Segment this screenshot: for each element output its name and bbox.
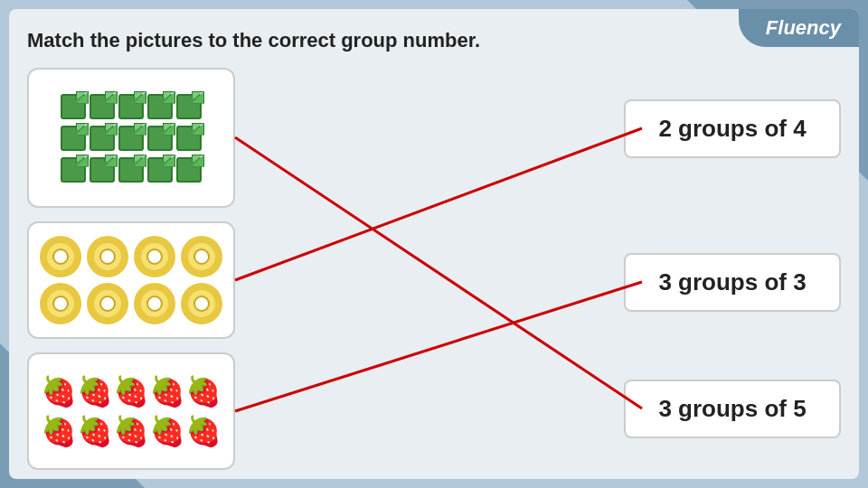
cube-icon [90, 126, 115, 151]
strawberry-icon: 🍓 [42, 412, 76, 450]
donut-icon [87, 283, 128, 324]
donut-icon [181, 283, 222, 324]
donut-icon [134, 236, 175, 277]
cube-icon [176, 94, 202, 119]
cube-row [61, 157, 202, 183]
cube-icon [61, 157, 86, 183]
svg-line-1 [235, 128, 642, 280]
cube-icon [90, 94, 115, 119]
fluency-badge: Fluency [739, 9, 859, 47]
strawberry-icon: 🍓 [150, 372, 184, 410]
cube-row [61, 94, 202, 119]
cube-icon [147, 157, 173, 183]
donut-grid [40, 236, 222, 324]
cube-icon [61, 94, 86, 119]
answer-box-3: 3 groups of 5 [624, 380, 841, 438]
strawberry-row: 🍓 🍓 🍓 🍓 🍓 [42, 412, 221, 450]
strawberry-icon: 🍓 [150, 412, 184, 450]
strawberry-icon: 🍓 [78, 412, 112, 450]
donut-row [40, 283, 222, 324]
picture-box-2 [27, 221, 235, 339]
cube-icon [118, 126, 144, 151]
donut-row [40, 236, 222, 277]
svg-line-2 [235, 282, 642, 411]
strawberry-grid: 🍓 🍓 🍓 🍓 🍓 🍓 🍓 🍓 🍓 🍓 [42, 372, 221, 450]
donut-icon [40, 283, 81, 324]
main-content: Fluency Match the pictures to the correc… [9, 9, 859, 479]
cube-icon [118, 94, 144, 119]
answer-label-1: 2 groups of 4 [658, 115, 806, 143]
cube-icon [147, 94, 173, 119]
strawberry-row: 🍓 🍓 🍓 🍓 🍓 [42, 372, 221, 410]
strawberry-icon: 🍓 [114, 412, 148, 450]
picture-box-3: 🍓 🍓 🍓 🍓 🍓 🍓 🍓 🍓 🍓 🍓 [27, 352, 235, 470]
cube-icon [147, 126, 173, 151]
cube-icon [90, 157, 115, 183]
cube-grid [56, 88, 206, 189]
strawberry-icon: 🍓 [78, 372, 112, 410]
strawberry-icon: 🍓 [42, 372, 76, 410]
cube-icon [61, 126, 86, 151]
answer-label-3: 3 groups of 5 [658, 395, 806, 423]
strawberry-icon: 🍓 [114, 372, 148, 410]
cube-icon [118, 157, 144, 183]
donut-icon [181, 236, 222, 277]
donut-icon [87, 236, 128, 277]
picture-box-1 [27, 68, 235, 208]
cube-icon [176, 126, 202, 151]
answer-box-1: 2 groups of 4 [624, 99, 841, 158]
cube-icon [176, 157, 202, 183]
cube-row [61, 126, 202, 151]
strawberry-icon: 🍓 [186, 372, 221, 410]
answer-box-2: 3 groups of 3 [624, 253, 841, 312]
donut-icon [134, 283, 175, 324]
strawberry-icon: 🍓 [186, 412, 221, 450]
donut-icon [40, 236, 81, 277]
svg-line-0 [235, 137, 642, 408]
fluency-label: Fluency [766, 16, 841, 39]
page-title: Match the pictures to the correct group … [27, 29, 480, 52]
answer-label-2: 3 groups of 3 [658, 268, 806, 296]
